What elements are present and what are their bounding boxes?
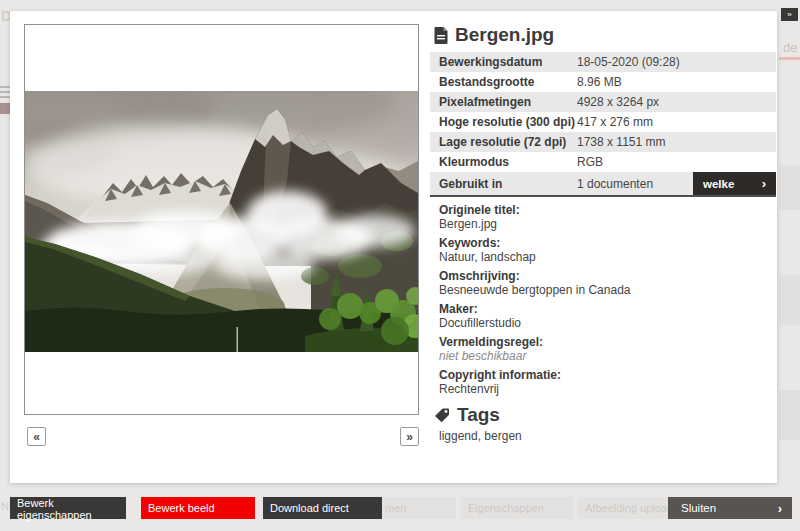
meta-keywords: Keywords: Natuur, landschap [439,236,776,264]
meta-creator: Maker: Docufillerstudio [439,302,776,330]
meta-copyright: Copyright informatie: Rechtenvrij [439,368,776,396]
meta-value: Natuur, landschap [439,250,776,264]
background-block [779,390,800,440]
previous-image-button[interactable]: « [27,427,46,446]
meta-value: Bergen.jpg [439,217,776,231]
table-row: Hoge resolutie (300 dpi) 417 x 276 mm [430,112,776,132]
meta-label: Omschrijving: [439,269,776,283]
table-row: Bewerkingsdatum 18-05-2020 (09:28) [430,52,776,72]
asset-detail-modal: « » Bergen.jpg Bewerkingsdatum 18-05-202… [10,11,777,483]
row-label: Hoge resolutie (300 dpi) [430,115,577,129]
row-value: 417 x 276 mm [577,115,653,129]
row-label: Bestandsgrootte [430,75,577,89]
background-text-fragment: de [783,40,797,55]
row-value: 4928 x 3264 px [577,95,659,109]
meta-value: niet beschikbaar [439,349,776,363]
background-tab-underline [779,57,800,60]
tag-icon [434,407,450,423]
double-chevron-badge-icon: » [781,8,798,21]
meta-value: Rechtenvrij [439,382,776,396]
background-block [779,275,800,325]
welke-button[interactable]: welke › [693,172,776,195]
metadata-panel: Bergen.jpg Bewerkingsdatum 18-05-2020 (0… [430,24,776,443]
meta-label: Originele titel: [439,203,776,217]
tags-heading: Tags [457,404,500,426]
metadata-fields: Originele titel: Bergen.jpg Keywords: Na… [430,203,776,396]
row-value: RGB [577,155,603,169]
table-row: Pixelafmetingen 4928 x 3264 px [430,92,776,112]
row-label: Bewerkingsdatum [430,55,577,69]
row-value: 1738 x 1151 mm [577,135,666,149]
row-label: Kleurmodus [430,155,577,169]
meta-description: Omschrijving: Besneeuwde bergtoppen in C… [439,269,776,297]
table-row-used-in: Gebruikt in 1 documenten welke › [430,172,776,195]
file-icon [434,27,448,44]
welke-button-label: welke [703,178,734,190]
table-row: Kleurmodus RGB [430,152,776,172]
meta-label: Vermeldingsregel: [439,335,776,349]
edit-properties-button[interactable]: Bewerk eigenschappen [10,497,126,519]
next-image-button[interactable]: » [400,427,419,446]
meta-label: Copyright informatie: [439,368,776,382]
close-button-label: Sluiten [681,502,716,514]
chevron-right-icon: › [778,501,782,516]
row-label: Pixelafmetingen [430,95,577,109]
meta-original-title: Originele titel: Bergen.jpg [439,203,776,231]
ghost-button-eigenschappen: Eigenschappen [460,497,573,519]
row-value: 8.96 MB [577,75,622,89]
image-preview-frame [24,24,419,415]
page-title: Bergen.jpg [455,24,554,46]
tags-value: liggend, bergen [430,429,776,443]
row-label: Lage resolutie (72 dpi) [430,135,577,149]
row-value: 18-05-2020 (09:28) [577,55,680,69]
tags-heading-row: Tags [430,404,776,426]
background-block [779,165,800,210]
meta-label: Keywords: [439,236,776,250]
meta-value: Docufillerstudio [439,316,776,330]
table-row: Bestandsgrootte 8.96 MB [430,72,776,92]
close-button[interactable]: Sluiten › [668,497,792,519]
ghost-button-fragment: men [377,497,456,519]
row-label: Gebruikt in [430,177,577,191]
file-title-row: Bergen.jpg [430,24,776,46]
row-value: 1 documenten [577,177,653,191]
download-direct-button[interactable]: Download direct [263,497,382,519]
table-row: Lage resolutie (72 dpi) 1738 x 1151 mm [430,132,776,152]
chevron-right-icon: › [762,176,766,191]
meta-value: Besneeuwde bergtoppen in Canada [439,283,776,297]
photo-mountain-landscape [25,91,418,352]
edit-image-button[interactable]: Bewerk beeld [141,497,255,519]
meta-credit-line: Vermeldingsregel: niet beschikbaar [439,335,776,363]
metadata-table: Bewerkingsdatum 18-05-2020 (09:28) Besta… [430,52,776,197]
meta-label: Maker: [439,302,776,316]
